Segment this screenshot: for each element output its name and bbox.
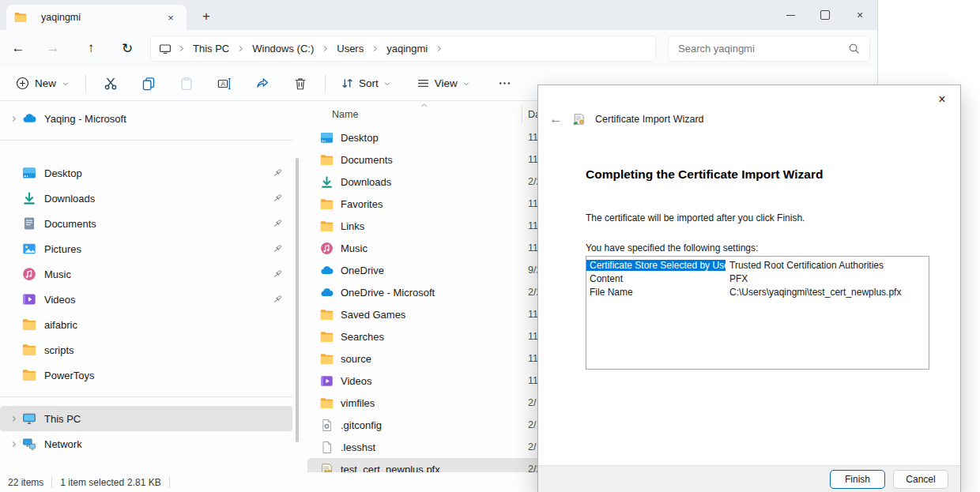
- sidebar-item-downloads[interactable]: Downloads: [0, 186, 292, 211]
- breadcrumb-chevron-icon[interactable]: [176, 44, 187, 53]
- view-button-label: View: [435, 77, 458, 89]
- thispc-icon: [22, 411, 36, 426]
- back-button[interactable]: ←: [6, 36, 30, 60]
- settings-table[interactable]: Certificate Store Selected by UserTruste…: [586, 256, 929, 370]
- file-row-links[interactable]: Links11/: [307, 215, 541, 237]
- dialog-back-icon[interactable]: ←: [549, 111, 563, 127]
- file-row-music[interactable]: Music11/: [307, 237, 541, 259]
- setting-key: Content: [586, 273, 726, 284]
- sidebar-item-this-pc[interactable]: This PC: [0, 406, 292, 431]
- sidebar-item-videos[interactable]: Videos: [0, 287, 292, 312]
- paste-button[interactable]: [170, 70, 203, 97]
- copy-button[interactable]: [132, 70, 165, 97]
- breadcrumb-yaqingmi[interactable]: yaqingmi: [380, 41, 434, 56]
- sidebar-item-pictures[interactable]: Pictures: [0, 236, 292, 261]
- finish-button[interactable]: Finish: [830, 470, 885, 489]
- file-row-vimfiles[interactable]: vimfiles2/: [307, 392, 541, 414]
- file-row-gitconfig[interactable]: .gitconfig2/: [307, 414, 541, 436]
- sidebar-item-aifabric[interactable]: aifabric: [0, 312, 292, 337]
- search-box[interactable]: Search yaqingmi: [668, 36, 870, 62]
- file-row-onedrive-microsoft[interactable]: OneDrive - Microsoft2/2: [307, 281, 541, 303]
- cancel-button[interactable]: Cancel: [893, 470, 948, 489]
- sidebar-scrollbar[interactable]: [296, 158, 299, 442]
- file-row-downloads[interactable]: Downloads2/2: [307, 171, 541, 193]
- dialog-close-button[interactable]: ×: [930, 88, 954, 111]
- sidebar-item-label: Pictures: [44, 243, 272, 255]
- sidebar-item-network[interactable]: Network: [0, 431, 292, 456]
- search-icon: [848, 43, 860, 54]
- view-button[interactable]: View: [409, 72, 477, 95]
- folder-icon: [22, 368, 36, 382]
- breadcrumb-chevron-icon[interactable]: [236, 44, 246, 53]
- file-row-favorites[interactable]: Favorites11/: [307, 193, 541, 215]
- dialog-header: ← Certificate Import Wizard: [549, 111, 704, 127]
- file-name: Downloads: [341, 176, 541, 188]
- file-date: 2/: [528, 441, 536, 453]
- setting-row-certificate-store-selected-by-user[interactable]: Certificate Store Selected by UserTruste…: [586, 258, 929, 272]
- file-row-source[interactable]: source11/: [307, 347, 541, 370]
- rename-button[interactable]: A: [208, 70, 241, 97]
- sidebar-item-label: PowerToys: [44, 370, 286, 381]
- delete-button[interactable]: [284, 70, 317, 97]
- tab-bar: yaqingmi × + ×: [0, 0, 877, 30]
- tab-yaqingmi[interactable]: yaqingmi ×: [6, 5, 187, 30]
- minimize-button[interactable]: [773, 0, 808, 30]
- pin-icon: [272, 218, 283, 229]
- sidebar-item-powertoys[interactable]: PowerToys: [0, 362, 292, 388]
- file-row-onedrive[interactable]: OneDrive9/2: [307, 259, 541, 281]
- file-row-searches[interactable]: Searches11/: [307, 325, 541, 347]
- breadcrumb-chevron-icon[interactable]: [370, 44, 380, 53]
- close-button[interactable]: ×: [842, 0, 877, 30]
- up-button[interactable]: ↑: [79, 36, 103, 60]
- file-row-documents[interactable]: Documents11/: [307, 148, 541, 171]
- forward-button[interactable]: →: [41, 36, 65, 60]
- chevron-right-icon[interactable]: [5, 115, 22, 123]
- more-options-button[interactable]: [488, 70, 522, 97]
- maximize-button[interactable]: [808, 0, 842, 30]
- new-tab-button[interactable]: +: [196, 6, 217, 27]
- address-bar[interactable]: This PCWindows (C:)Usersyaqingmi: [150, 36, 656, 62]
- sort-button[interactable]: Sort: [334, 72, 398, 95]
- plus-circle-icon: [16, 77, 29, 90]
- setting-value: C:\Users\yaqingmi\test_cert_newplus.pfx: [726, 287, 901, 298]
- column-header-name[interactable]: Name: [332, 109, 358, 120]
- sidebar-item-label: scripts: [44, 344, 286, 356]
- sidebar-item-label: Network: [44, 438, 286, 450]
- file-row-videos[interactable]: Videos11/: [307, 370, 541, 392]
- navigation-pane: Yaqing - MicrosoftDesktopDownloadsDocume…: [0, 101, 292, 472]
- file-name: Music: [341, 242, 541, 254]
- file-row-saved-games[interactable]: Saved Games11/: [307, 303, 541, 325]
- tab-close-icon[interactable]: ×: [163, 9, 179, 25]
- chevron-right-icon[interactable]: [5, 415, 22, 423]
- sidebar-item-desktop[interactable]: Desktop: [0, 160, 292, 186]
- delete-icon: [293, 77, 307, 91]
- breadcrumb-chevron-icon[interactable]: [434, 44, 444, 53]
- file-row-desktop[interactable]: Desktop11/: [307, 126, 541, 148]
- breadcrumb-windows-c[interactable]: Windows (C:): [246, 41, 320, 56]
- breadcrumb-users[interactable]: Users: [330, 41, 370, 56]
- sidebar-item-documents[interactable]: Documents: [0, 211, 292, 236]
- file-name: test_cert_newplus.pfx: [341, 464, 541, 473]
- setting-row-content[interactable]: ContentPFX: [586, 272, 929, 285]
- folder-icon: [320, 197, 334, 211]
- folder-icon: [22, 317, 36, 332]
- videos-icon: [22, 292, 36, 306]
- new-button[interactable]: New: [8, 72, 77, 95]
- breadcrumb-chevron-icon[interactable]: [320, 44, 330, 53]
- setting-row-file-name[interactable]: File NameC:\Users\yaqingmi\test_cert_new…: [586, 285, 929, 299]
- refresh-button[interactable]: ↻: [115, 36, 139, 60]
- more-icon: [498, 77, 511, 90]
- minimize-icon: [786, 15, 795, 16]
- sidebar-item-music[interactable]: Music: [0, 261, 292, 287]
- folder-icon: [22, 343, 36, 357]
- chevron-right-icon[interactable]: [5, 440, 22, 449]
- sidebar-item-scripts[interactable]: scripts: [0, 337, 292, 362]
- window-controls: ×: [773, 0, 877, 30]
- file-row-lesshst[interactable]: .lesshst2/: [307, 436, 541, 458]
- cut-button[interactable]: [94, 70, 127, 97]
- share-button[interactable]: [246, 70, 279, 97]
- breadcrumb-this-pc[interactable]: This PC: [187, 41, 236, 56]
- sidebar-item-yaqing-microsoft[interactable]: Yaqing - Microsoft: [0, 106, 292, 131]
- column-divider[interactable]: [522, 106, 522, 123]
- file-row-test-cert-newplus-pfx[interactable]: test_cert_newplus.pfx2/2: [307, 458, 541, 472]
